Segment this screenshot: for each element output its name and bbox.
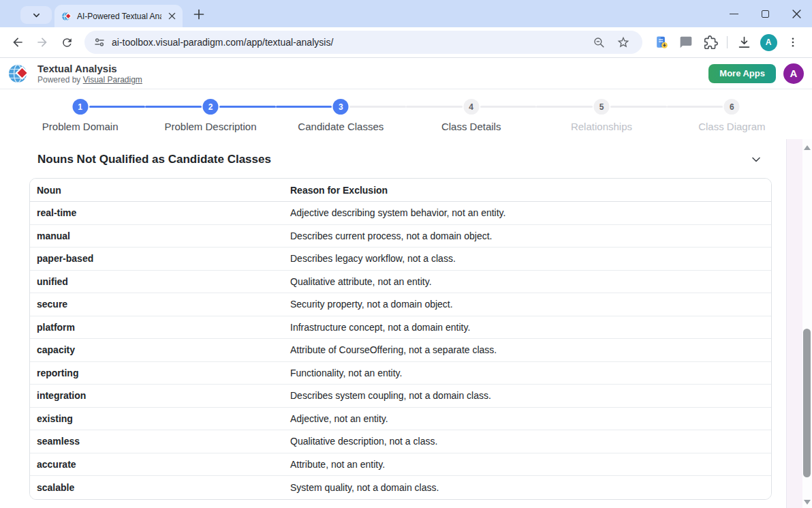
table-row: reportingFunctionality, not an entity. [30,362,771,385]
step-number-badge: 4 [463,99,479,115]
noun-cell: real-time [30,207,283,218]
visual-paradigm-logo-icon [7,61,31,86]
table-row: accurateAttribute, not an entity. [30,453,771,477]
powered-by-prefix: Powered by [37,75,83,85]
tab-close-icon[interactable] [166,11,177,22]
table-header-row: Noun Reason for Exclusion [30,179,771,202]
url-text[interactable]: ai-toolbox.visual-paradigm.com/app/textu… [112,37,587,48]
browser-menu-button[interactable] [783,32,803,53]
scrollbar-thumb[interactable] [803,329,811,477]
close-button[interactable] [781,0,812,27]
step-connector [406,106,463,108]
step-label: Class Diagram [667,121,797,132]
step-connector [480,106,537,108]
noun-cell: paper-based [30,253,283,264]
reason-cell: Adjective, not an entity. [283,413,771,424]
table-row: secureSecurity property, not a domain ob… [30,293,771,316]
favicon-visual-paradigm-icon [61,11,72,22]
noun-cell: platform [30,322,283,333]
browser-toolbar: ai-toolbox.visual-paradigm.com/app/textu… [0,27,812,58]
extensions-puzzle-icon[interactable] [700,32,721,53]
collapse-chevron-icon[interactable] [751,154,762,165]
reason-cell: Describes current process, not a domain … [283,230,771,241]
downloads-button[interactable] [734,32,754,53]
reason-cell: Describes legacy workflow, not a class. [283,253,771,264]
bookmark-star-icon[interactable] [613,32,634,53]
reason-cell: Qualitative description, not a class. [283,436,771,447]
stepper-step-problem-description[interactable]: 2Problem Description [145,89,275,140]
table-row: seamlessQualitative description, not a c… [30,430,771,453]
reason-cell: Functionality, not an entity. [283,368,771,378]
stepper-step-class-details[interactable]: 4Class Details [406,89,536,140]
browser-titlebar: AI-Powered Textual Analysis for [0,0,812,27]
new-tab-button[interactable] [191,7,206,22]
close-icon [792,10,801,18]
wizard-stepper: 1Problem Domain2Problem Description3Cand… [0,89,812,140]
reload-button[interactable] [57,32,77,53]
scroll-down-arrow-icon[interactable] [804,500,811,505]
back-icon [11,35,25,49]
noun-cell: unified [30,276,283,287]
step-label: Problem Domain [15,121,145,132]
app-header: Textual Analysis Powered by Visual Parad… [0,58,812,89]
scroll-up-arrow-icon[interactable] [804,145,811,150]
stepper-step-problem-domain[interactable]: 1Problem Domain [15,89,145,140]
reason-cell: Attribute, not an entity. [283,459,771,470]
download-icon [737,35,751,50]
noun-cell: integration [30,390,283,401]
browser-tab[interactable]: AI-Powered Textual Analysis for [54,5,183,27]
minimize-icon [730,14,738,14]
table-row: real-timeAdjective describing system beh… [30,202,771,225]
noun-cell: reporting [30,368,283,378]
noun-cell: capacity [30,344,283,355]
reason-cell: Adjective describing system behavior, no… [283,207,771,218]
column-header-noun: Noun [30,185,283,196]
table-row: capacityAttribute of CourseOffering, not… [30,339,771,362]
forward-icon [35,35,49,49]
window-controls [718,0,812,27]
address-bar[interactable]: ai-toolbox.visual-paradigm.com/app/textu… [84,31,642,54]
step-label: Relationships [536,121,666,132]
comment-extension-icon[interactable] [676,32,696,53]
tab-search-button[interactable] [20,6,52,24]
stepper-step-relationships[interactable]: 5Relationships [536,89,666,140]
noun-cell: existing [30,413,283,424]
exclusion-table: Noun Reason for Exclusion real-timeAdjec… [29,178,772,500]
extension-doc-download-icon[interactable] [651,32,672,53]
step-connector [349,106,406,108]
table-row: platformInfrastructure concept, not a do… [30,316,771,340]
back-button[interactable] [7,32,28,53]
profile-initial: A [760,34,777,51]
step-number-badge: 2 [202,99,218,115]
step-connector [610,106,667,108]
step-connector [145,106,202,108]
section-title: Nouns Not Qualified as Candidate Classes [37,153,751,166]
minimize-button[interactable] [718,0,749,27]
noun-cell: accurate [30,459,283,470]
tab-title: AI-Powered Textual Analysis for [77,12,161,21]
visual-paradigm-link[interactable]: Visual Paradigm [83,75,142,85]
zoom-out-indicator-icon[interactable] [589,32,609,53]
browser-profile-avatar[interactable]: A [758,32,779,53]
maximize-button[interactable] [749,0,781,27]
powered-by: Powered by Visual Paradigm [37,75,142,85]
more-apps-button[interactable]: More Apps [708,64,776,83]
stepper-step-class-diagram[interactable]: 6Class Diagram [667,89,797,140]
step-label: Class Details [406,121,536,132]
site-settings-icon[interactable] [94,37,105,48]
content-scrollbar[interactable] [802,139,812,508]
step-number-badge: 5 [593,99,609,115]
step-label: Candidate Classes [276,121,406,132]
reload-icon [61,36,74,49]
table-row: manualDescribes current process, not a d… [30,225,771,248]
forward-button[interactable] [32,32,52,53]
section-header: Nouns Not Qualified as Candidate Classes [0,140,812,166]
table-row: paper-basedDescribes legacy workflow, no… [30,248,771,271]
user-avatar[interactable]: A [783,63,804,84]
page-scrollbar-track [786,139,802,508]
table-row: unifiedQualitative attribute, not an ent… [30,271,771,294]
toolbar-divider [727,36,728,48]
chevron-down-icon [32,11,41,20]
kebab-menu-icon [787,36,799,48]
stepper-step-candidate-classes[interactable]: 3Candidate Classes [276,89,406,140]
